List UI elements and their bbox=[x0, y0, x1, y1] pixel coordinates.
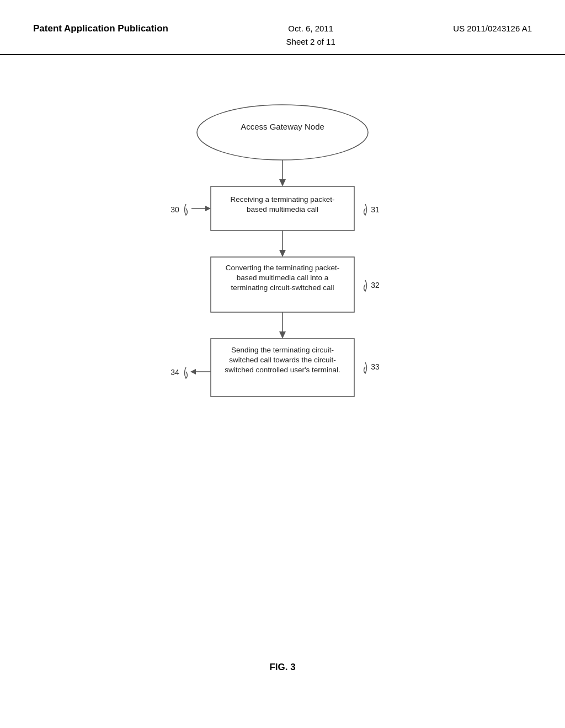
label-33: 33 bbox=[371, 362, 380, 371]
sheet-label: Sheet 2 of 11 bbox=[286, 37, 335, 46]
box1-line2: based multimedia call bbox=[247, 205, 318, 213]
patent-number: US 2011/0243126 A1 bbox=[453, 22, 532, 35]
label-34: 34 bbox=[170, 368, 179, 377]
date-label: Oct. 6, 2011 bbox=[288, 24, 333, 33]
box2-line3: terminating circuit-switched call bbox=[231, 283, 334, 292]
box2-line2: based multimedia call into a bbox=[237, 274, 329, 282]
svg-marker-13 bbox=[190, 369, 196, 374]
publication-label: Patent Application Publication bbox=[33, 22, 168, 35]
page: Patent Application Publication Oct. 6, 2… bbox=[0, 0, 565, 728]
svg-marker-10 bbox=[279, 331, 286, 339]
box3-line1: Sending the terminating circuit- bbox=[231, 346, 334, 354]
box2-line1: Converting the terminating packet- bbox=[226, 264, 339, 272]
ellipse-label: Access Gateway Node bbox=[241, 122, 324, 131]
svg-marker-2 bbox=[279, 179, 286, 186]
diagram-area: Access Gateway Node Receiving a terminat… bbox=[0, 77, 565, 728]
label-30: 30 bbox=[170, 205, 179, 214]
label-32: 32 bbox=[371, 281, 380, 290]
svg-marker-7 bbox=[279, 250, 286, 257]
flowchart-diagram: Access Gateway Node Receiving a terminat… bbox=[89, 94, 476, 546]
page-header: Patent Application Publication Oct. 6, 2… bbox=[0, 0, 565, 55]
svg-marker-5 bbox=[205, 206, 211, 211]
box3-line2: switched call towards the circuit- bbox=[229, 356, 336, 364]
box1-line1: Receiving a terminating packet- bbox=[230, 195, 334, 204]
header-center: Oct. 6, 2011 Sheet 2 of 11 bbox=[286, 22, 335, 49]
figure-label: FIG. 3 bbox=[269, 662, 295, 673]
svg-point-0 bbox=[197, 105, 368, 160]
box3-line3: switched controlled user's terminal. bbox=[225, 366, 340, 374]
label-31: 31 bbox=[371, 205, 380, 214]
